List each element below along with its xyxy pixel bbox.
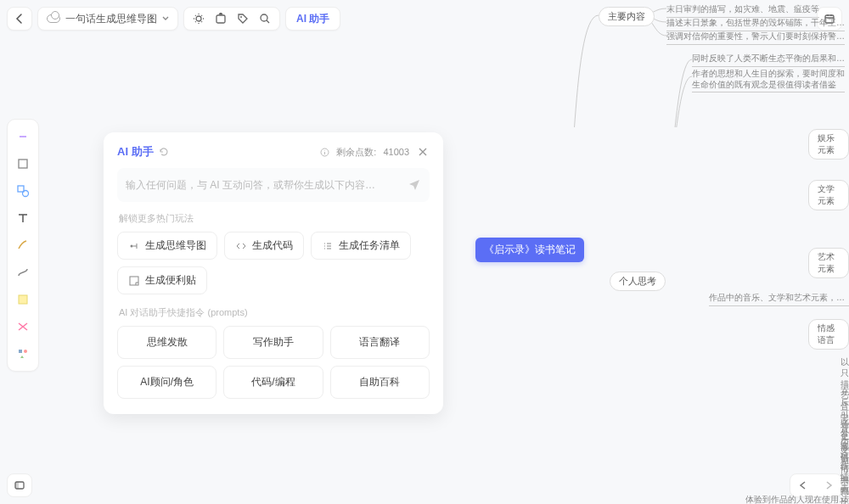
ai-input-row (117, 168, 430, 202)
tool-sticky[interactable] (11, 288, 35, 311)
ai-panel-title: AI 助手 (117, 144, 154, 160)
left-sidebar (7, 119, 39, 372)
tool-components[interactable] (11, 342, 35, 366)
svg-point-15 (131, 244, 133, 247)
svg-point-8 (23, 191, 29, 197)
list-icon (322, 240, 334, 252)
tool-draw[interactable] (11, 233, 35, 257)
svg-rect-9 (19, 295, 27, 304)
ai-input[interactable] (126, 179, 408, 191)
svg-point-2 (240, 16, 242, 18)
svg-point-0 (196, 16, 201, 21)
chip-sticky[interactable]: 生成便利贴 (117, 266, 207, 294)
back-button[interactable] (7, 7, 32, 31)
mindmap-group[interactable]: 情感语言 (808, 319, 849, 350)
mindmap-branch-thoughts[interactable]: 个人思考 (610, 272, 666, 291)
tool-frame[interactable] (11, 152, 35, 176)
points-value: 41003 (383, 147, 409, 157)
svg-rect-5 (20, 136, 26, 137)
tool-select[interactable] (11, 125, 35, 148)
mindmap-canvas[interactable]: 《启示录》读书笔记 主要内容 末日审判的描写，如灾难、地震、瘟疫等 描述末日景象… (475, 0, 849, 504)
settings-button[interactable] (188, 13, 210, 25)
code-icon (235, 240, 247, 252)
document-title: 一句话生成思维导图 (65, 12, 157, 26)
mindmap-group[interactable]: 文学元素 (808, 180, 849, 210)
mindmap-leaf[interactable]: 描述末日景象，包括世界的毁坏铺陈，干年王国的到来等 (666, 17, 845, 31)
panel-toggle-button[interactable] (7, 473, 32, 497)
mindmap-leaf[interactable]: 末日审判的描写，如灾难、地震、瘟疫等 (666, 3, 819, 18)
send-icon[interactable] (408, 177, 421, 193)
tool-shape[interactable] (11, 179, 35, 203)
chip-code[interactable]: 生成代码 (224, 232, 304, 260)
chip-row: 生成思维导图 生成代码 生成任务清单 生成便利贴 (117, 232, 430, 294)
top-toolbar: 一句话生成思维导图 AI 助手 (7, 7, 340, 31)
tool-text[interactable] (11, 206, 35, 230)
mindmap-leaf[interactable]: 作者的思想和人生目的探索，要时间度和生命价值的既有观念是很值得读者借鉴 (692, 68, 845, 92)
sticky-icon (128, 275, 140, 287)
svg-rect-1 (216, 15, 225, 23)
points-label: 剩余点数: (336, 146, 376, 159)
tag-button[interactable] (232, 13, 254, 25)
svg-point-3 (261, 14, 267, 21)
toolbar-actions (183, 7, 280, 31)
chevron-down-icon (162, 15, 169, 22)
svg-point-11 (24, 350, 27, 353)
document-title-dropdown[interactable]: 一句话生成思维导图 (37, 7, 178, 31)
ai-assistant-button[interactable]: AI 助手 (285, 7, 340, 31)
mindmap-icon (128, 240, 140, 252)
svg-rect-16 (130, 277, 138, 285)
prompt-card[interactable]: 语言翻译 (330, 326, 430, 359)
section-hot-label: 解锁更多热门玩法 (119, 212, 430, 225)
cloud-icon (47, 14, 60, 23)
prompt-card[interactable]: 思维发散 (117, 326, 216, 359)
search-button[interactable] (254, 13, 276, 25)
mindmap-leaf[interactable]: 作品中的音乐、文学和艺术元素，给人带来视觉的情感感受 (709, 292, 849, 306)
prompt-card[interactable]: 代码/编程 (223, 366, 323, 399)
prompt-card[interactable]: 写作助手 (223, 326, 323, 359)
chip-mindmap[interactable]: 生成思维导图 (117, 232, 217, 260)
prompt-card[interactable]: 自助百科 (330, 366, 430, 399)
close-icon[interactable] (416, 145, 430, 159)
tool-connector[interactable] (11, 260, 35, 284)
chip-tasks[interactable]: 生成任务清单 (311, 232, 411, 260)
export-button[interactable] (210, 13, 232, 25)
mindmap-branch-main[interactable]: 主要内容 (599, 7, 655, 26)
mindmap-leaf[interactable]: 强调对信仰的重要性，警示人们要时刻保持警的心态 (666, 31, 845, 45)
svg-rect-6 (19, 160, 27, 168)
mindmap-group[interactable]: 娱乐元素 (808, 129, 849, 160)
mindmap-root[interactable]: 《启示录》读书笔记 (475, 238, 584, 262)
refresh-icon[interactable] (159, 147, 169, 157)
svg-rect-13 (15, 482, 19, 489)
section-prompts-label: AI 对话助手快捷指令 (prompts) (119, 306, 430, 319)
svg-rect-7 (18, 186, 24, 192)
mindmap-leaf[interactable]: 同时反映了人类不断生态平衡的后果和信仰的重要性 (692, 53, 845, 67)
tool-mindmap[interactable] (11, 315, 35, 339)
info-icon (320, 148, 329, 157)
svg-rect-10 (19, 350, 22, 353)
prompt-card[interactable]: AI顾问/角色 (117, 366, 216, 399)
mindmap-leaf[interactable]: 体验到作品的人现在使用某些方式来表现的有 (745, 494, 847, 504)
mindmap-group[interactable]: 艺术元素 (808, 248, 849, 278)
prompt-grid: 思维发散 写作助手 语言翻译 AI顾问/角色 代码/编程 自助百科 (117, 326, 430, 399)
ai-assistant-panel: AI 助手 剩余点数: 41003 解锁更多热门玩法 生成思维导图 生成代码 (104, 132, 443, 414)
